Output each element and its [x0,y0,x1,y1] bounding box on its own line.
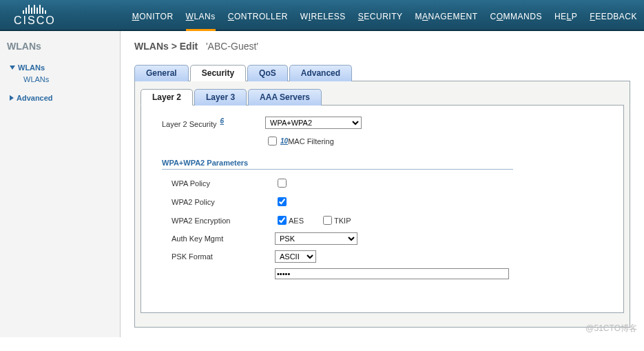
psk-format-label: PSK Format [172,252,275,261]
sidebar-item-label: Advanced [17,94,53,102]
breadcrumb: WLANs > Edit 'ABC-Guest' [134,41,630,52]
tkip-label: TKIP [334,217,351,225]
wpa2-encryption-label: WPA2 Encryption [172,217,275,225]
layer2-security-select[interactable]: WPA+WPA2 [265,117,362,129]
wlan-edit-tabs: General Security QoS Advanced [134,64,630,81]
auth-key-mgmt-select[interactable]: PSK [275,232,357,245]
wpa-params-heading: WPA+WPA2 Parameters [162,159,513,170]
footnote-10[interactable]: 10 [280,137,288,145]
chevron-right-icon [10,95,14,101]
tab-general[interactable]: General [134,65,189,81]
layer2-panel: Layer 2 Security 6 WPA+WPA2 10MAC Filter… [141,106,624,313]
sidebar-item-advanced[interactable]: Advanced [7,92,113,104]
nav-security[interactable]: SECURITY [358,12,403,26]
brand-text: CISCO [14,14,56,27]
layer2-security-label: Layer 2 Security 6 [162,117,265,128]
subtab-aaa[interactable]: AAA Servers [248,89,322,106]
mac-filtering-checkbox[interactable] [268,137,277,146]
content-area: WLANs > Edit 'ABC-Guest' General Securit… [121,31,644,337]
subtab-layer3[interactable]: Layer 3 [194,89,247,106]
tab-advanced[interactable]: Advanced [289,65,352,81]
footnote-6[interactable]: 6 [220,117,225,125]
sidebar: WLANs WLANs WLANs Advanced [0,31,121,337]
nav-management[interactable]: MANAGEMENT [415,12,478,26]
psk-input[interactable] [275,268,509,279]
primary-nav: MONITOR WLANs CONTROLLER WIRELESS SECURI… [132,12,637,26]
wpa2-policy-label: WPA2 Policy [172,198,275,206]
chevron-down-icon [10,66,15,70]
wpa-policy-label: WPA Policy [172,179,275,188]
aes-checkbox[interactable] [278,216,287,225]
nav-help[interactable]: HELP [554,12,577,26]
aes-label: AES [289,217,304,225]
nav-feedback[interactable]: FEEDBACK [590,12,637,26]
wpa-policy-checkbox[interactable] [278,179,287,188]
security-subtabs: Layer 2 Layer 3 AAA Servers [141,88,624,106]
tkip-checkbox[interactable] [323,216,332,225]
sidebar-item-label: WLANs [18,63,45,72]
nav-commands[interactable]: COMMANDS [490,12,542,26]
tab-qos[interactable]: QoS [247,65,288,81]
nav-wireless[interactable]: WIRELESS [300,12,346,26]
nav-monitor[interactable]: MONITOR [132,12,174,26]
sidebar-subitem-wlans[interactable]: WLANs [23,74,113,85]
top-navbar: CISCO MONITOR WLANs CONTROLLER WIRELESS … [0,0,644,31]
auth-key-mgmt-label: Auth Key Mgmt [172,234,275,243]
nav-controller[interactable]: CONTROLLER [228,12,288,26]
psk-format-select[interactable]: ASCII [275,250,316,263]
sidebar-item-label: WLANs [23,75,49,83]
watermark: @51CTO博客 [585,323,637,334]
subtab-layer2[interactable]: Layer 2 [141,89,193,106]
mac-filtering-label: MAC Filtering [288,137,334,146]
sidebar-title: WLANs [7,41,113,52]
cisco-logo-icon [23,3,46,14]
cisco-logo: CISCO [14,3,56,27]
sidebar-item-wlans[interactable]: WLANs [7,61,113,74]
nav-wlans[interactable]: WLANs [186,12,216,26]
wpa2-policy-checkbox[interactable] [278,197,287,206]
tab-security[interactable]: Security [190,65,246,81]
